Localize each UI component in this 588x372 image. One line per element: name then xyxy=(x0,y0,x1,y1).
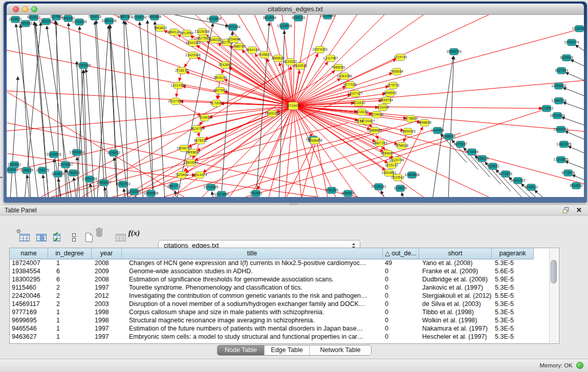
network-node[interactable]: 12444154 xyxy=(551,98,567,104)
network-node[interactable]: 18572244 xyxy=(225,24,241,31)
network-node[interactable]: 21053346 xyxy=(76,62,91,69)
network-node[interactable]: 16857361 xyxy=(117,15,133,20)
network-node[interactable]: 8778504 xyxy=(404,116,418,122)
network-node[interactable]: 1733426 xyxy=(394,185,407,192)
network-node[interactable]: 17957253 xyxy=(82,176,97,183)
table-row[interactable]: 1830029562008Estimation of significance … xyxy=(10,276,534,284)
network-node[interactable]: 9684067 xyxy=(381,150,394,157)
column-header-in_degree[interactable]: in_degree xyxy=(48,248,92,259)
network-node[interactable]: 10565806 xyxy=(143,190,159,197)
table-mode-button[interactable]: ⚙ xyxy=(12,226,27,240)
network-node[interactable]: 9146821 xyxy=(258,52,271,58)
network-node[interactable]: 2718176 xyxy=(175,68,188,74)
network-node[interactable]: 2526052 xyxy=(107,150,120,157)
network-node[interactable]: 12213384 xyxy=(170,82,186,89)
table-row[interactable]: 911546021997Tourette syndrome. Phenomeno… xyxy=(10,284,534,292)
network-node[interactable]: 18107554 xyxy=(168,98,183,105)
float-panel-icon[interactable] xyxy=(563,207,570,214)
network-node[interactable]: 8427552 xyxy=(213,87,227,94)
new-column-button[interactable] xyxy=(77,226,91,240)
network-node[interactable]: 2803144 xyxy=(213,75,227,81)
network-node[interactable]: 9493822 xyxy=(186,149,200,156)
network-node[interactable]: 19218506 xyxy=(277,23,292,30)
tab-network-table[interactable]: Network Table xyxy=(310,345,371,355)
network-node[interactable]: 12975887 xyxy=(58,162,73,168)
network-node[interactable]: 8938924 xyxy=(442,134,455,140)
network-node[interactable]: 18807243 xyxy=(372,140,387,147)
delete-column-button[interactable] xyxy=(92,226,106,240)
network-node[interactable]: 9862884 xyxy=(148,15,161,20)
network-node[interactable]: 7624753 xyxy=(190,126,204,133)
close-panel-icon[interactable]: ✕ xyxy=(576,206,582,214)
network-node[interactable]: 15124549 xyxy=(320,15,335,19)
network-node[interactable]: 2986760 xyxy=(232,43,246,50)
network-node[interactable]: 1588520 xyxy=(271,55,285,62)
row-selection-button[interactable]: ✔✔ xyxy=(46,226,60,240)
stacked-boxes-button[interactable] xyxy=(61,226,76,240)
network-node[interactable]: 9756928 xyxy=(395,143,408,149)
network-node[interactable]: 15716485 xyxy=(203,184,219,191)
network-node[interactable]: 9474444 xyxy=(465,149,478,156)
function-builder-button[interactable]: f(x) xyxy=(125,226,143,240)
network-node[interactable]: 8912954 xyxy=(180,30,193,37)
network-node[interactable]: 8995784 xyxy=(380,97,393,104)
network-node[interactable]: 12117487 xyxy=(323,55,338,62)
network-node[interactable]: 15751074 xyxy=(564,39,579,46)
network-node[interactable]: 16543382 xyxy=(185,40,201,47)
column-header-pagerank[interactable]: pagerank xyxy=(492,248,534,259)
network-node[interactable]: 8454749 xyxy=(246,47,259,54)
network-node[interactable]: 1615132 xyxy=(385,162,398,169)
network-node[interactable]: 23226058 xyxy=(194,29,210,35)
network-node[interactable]: 20891406 xyxy=(101,18,117,25)
network-node[interactable]: 7516703 xyxy=(88,15,101,20)
network-window-titlebar[interactable]: citations_edges.txt xyxy=(7,4,584,15)
tab-edge-table[interactable]: Edge Table xyxy=(265,345,310,355)
network-graph[interactable]: 2405572290535386130171055325715276028466… xyxy=(7,15,584,197)
show-columns-button[interactable] xyxy=(29,226,43,240)
network-node[interactable]: 17103635 xyxy=(553,157,569,163)
network-node[interactable]: 10373680 xyxy=(214,191,229,198)
network-node[interactable]: 9227343 xyxy=(555,68,568,74)
column-header-short[interactable]: short xyxy=(419,248,492,259)
network-node[interactable]: 16210643 xyxy=(550,113,565,119)
network-node[interactable]: 1394275 xyxy=(36,167,49,174)
network-node[interactable]: 2522542 xyxy=(391,174,404,181)
network-node[interactable]: 8813054 xyxy=(263,15,276,21)
table-row[interactable]: 1872400712008Changes of HCN gene express… xyxy=(10,259,534,268)
column-header-title[interactable]: title xyxy=(122,248,383,259)
network-node[interactable]: 8215953 xyxy=(540,105,553,112)
tab-node-table[interactable]: Node Table xyxy=(217,345,265,355)
panel-collapse-arrow[interactable]: ▸ xyxy=(1,174,3,180)
network-node[interactable]: 12603944 xyxy=(183,160,199,166)
table-row[interactable]: 946554611997Estimation of the future num… xyxy=(10,325,534,333)
network-node[interactable]: 10194762 xyxy=(132,15,147,21)
network-node[interactable]: 16648784 xyxy=(446,49,462,55)
network-node[interactable]: 1875751 xyxy=(386,82,400,89)
table-row[interactable]: 969969511998Structural magnetic resonanc… xyxy=(10,317,534,325)
network-node[interactable]: 10441322 xyxy=(510,178,526,184)
network-node[interactable]: 7485083 xyxy=(332,64,345,71)
network-node[interactable]: 8535103 xyxy=(292,15,305,21)
memory-status-indicator[interactable] xyxy=(576,362,583,369)
network-node[interactable]: 19538454 xyxy=(307,138,322,144)
network-node[interactable]: 1154490 xyxy=(376,104,389,111)
column-header-name[interactable]: name xyxy=(10,248,48,259)
network-node[interactable]: 3915401 xyxy=(7,167,18,173)
network-node[interactable]: 9777935 xyxy=(343,82,357,89)
network-node[interactable]: 10974393 xyxy=(312,47,328,53)
network-node[interactable]: 9730305 xyxy=(325,187,338,194)
table-row[interactable]: 1938455462009Genome-wide association stu… xyxy=(10,268,534,276)
network-node[interactable]: 8471676 xyxy=(499,171,512,178)
network-node[interactable]: 7619413 xyxy=(198,115,211,121)
network-node[interactable]: 7963822 xyxy=(154,25,167,32)
delete-table-button[interactable] xyxy=(108,226,123,240)
network-node[interactable]: 1632515 xyxy=(294,63,307,70)
network-node[interactable]: 3170060 xyxy=(210,100,223,107)
network-node[interactable]: 16033809 xyxy=(206,16,222,23)
network-node[interactable]: 2935114 xyxy=(475,156,489,162)
network-node[interactable]: 7632621 xyxy=(486,163,499,170)
vertical-scrollbar[interactable] xyxy=(549,249,558,343)
network-node[interactable]: 16782753 xyxy=(115,181,130,188)
network-node[interactable]: 16261056 xyxy=(337,73,352,80)
network-node[interactable]: 20206526 xyxy=(46,151,61,158)
